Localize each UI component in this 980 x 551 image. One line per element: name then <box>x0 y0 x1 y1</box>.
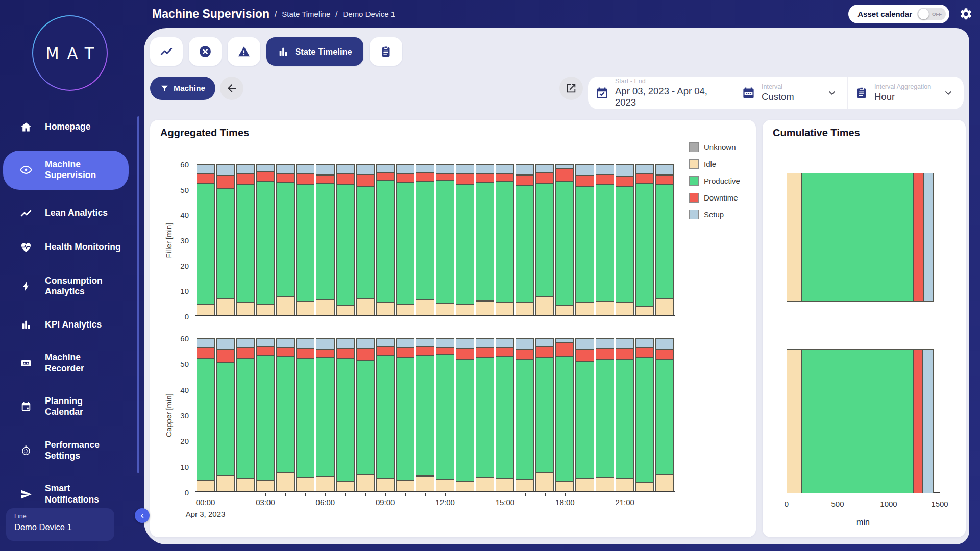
interval-aggregation-select[interactable]: Interval Aggregation Hour <box>847 77 964 109</box>
capper-bar-hour-14[interactable] <box>476 338 494 491</box>
filler-bar-hour-5[interactable] <box>296 164 314 315</box>
filler-bar-hour-6[interactable] <box>316 164 334 315</box>
filler-bar-hour-23[interactable] <box>655 164 674 315</box>
machine-filter-button[interactable]: Machine <box>150 77 215 100</box>
trend-icon <box>160 45 173 58</box>
capper-bar-hour-13[interactable] <box>456 338 474 491</box>
capper-bar-hour-9[interactable] <box>376 338 395 491</box>
filler-bar-hour-21[interactable] <box>616 164 634 315</box>
capper-bar-hour-7[interactable] <box>336 338 355 491</box>
capper-bar-hour-10[interactable] <box>396 338 414 491</box>
sidebar-item-kpi-analytics[interactable]: KPI Analytics <box>3 314 129 335</box>
segment-downtime <box>416 173 434 181</box>
breadcrumb-item[interactable]: Demo Device 1 <box>342 10 395 18</box>
sidebar-item-homepage[interactable]: Homepage <box>3 116 129 138</box>
sidebar-item-consumption-analytics[interactable]: Consumption Analytics <box>3 271 129 302</box>
filler-bar-hour-11[interactable] <box>416 164 434 315</box>
aggregated-times-card: Aggregated Times UnknownIdleProductiveDo… <box>150 120 756 537</box>
sidebar-item-health-monitoring[interactable]: Health Monitoring <box>3 237 129 258</box>
capper-bar-hour-18[interactable] <box>555 338 574 491</box>
filler-y-axis-label: Filler [min] <box>164 222 173 258</box>
filler-bar-hour-13[interactable] <box>456 164 474 315</box>
breadcrumb-item[interactable]: State Timeline <box>282 10 330 18</box>
start-end-select[interactable]: Start - End Apr 03, 2023 - Apr 04, 2023 <box>588 77 734 109</box>
segment-idle <box>535 297 554 316</box>
filler-bar-hour-14[interactable] <box>476 164 494 315</box>
segment-setup <box>276 164 295 173</box>
filler-bar-hour-4[interactable] <box>276 164 295 315</box>
segment-productive <box>456 185 474 305</box>
filler-bar-hour-12[interactable] <box>436 164 454 315</box>
filler-bar-hour-19[interactable] <box>575 164 594 315</box>
capper-bar-hour-2[interactable] <box>236 338 255 491</box>
capper-bar-hour-5[interactable] <box>296 338 314 491</box>
settings-gear-icon[interactable] <box>959 7 973 21</box>
filler-bar-hour-18[interactable] <box>555 164 574 315</box>
export-button[interactable] <box>559 77 583 100</box>
tab-trends[interactable] <box>150 37 183 66</box>
legend-swatch <box>689 142 699 152</box>
filler-bar-hour-9[interactable] <box>376 164 395 315</box>
capper-bar-hour-4[interactable] <box>276 338 295 491</box>
sidebar-scrollbar[interactable] <box>137 116 139 473</box>
capper-bar-hour-12[interactable] <box>436 338 454 491</box>
filler-bar-hour-20[interactable] <box>596 164 614 315</box>
tab-report[interactable] <box>370 37 402 66</box>
sidebar-item-smart-notifications[interactable]: Smart Notifications <box>3 479 129 510</box>
cumulative-bar-filler[interactable] <box>787 173 934 302</box>
capper-bar-hour-22[interactable] <box>635 338 654 491</box>
filler-bar-hour-8[interactable] <box>356 164 375 315</box>
capper-bar-hour-8[interactable] <box>356 338 375 491</box>
segment-setup <box>655 338 674 349</box>
interval-select[interactable]: Interval Custom <box>734 77 847 109</box>
sidebar-item-performance-settings[interactable]: Performance Settings <box>3 435 129 466</box>
segment-setup <box>575 164 594 176</box>
tab-state-timeline[interactable]: State Timeline <box>266 37 363 66</box>
capper-bar-hour-17[interactable] <box>535 338 554 491</box>
segment-setup <box>276 338 295 348</box>
sidebar-item-lean-analytics[interactable]: Lean Analytics <box>3 203 129 224</box>
capper-bar-hour-0[interactable] <box>197 338 215 491</box>
capper-bar-hour-19[interactable] <box>575 338 594 491</box>
tab-errors[interactable] <box>189 37 222 66</box>
filler-bar-hour-3[interactable] <box>256 164 275 315</box>
segment-productive <box>276 182 295 296</box>
sidebar: MAT Homepage Machine Supervision Lean An… <box>0 0 144 551</box>
capper-bar-hour-16[interactable] <box>516 338 534 491</box>
sidebar-item-machine-recorder[interactable]: Machine Recorder <box>3 347 129 379</box>
segment-downtime <box>516 175 534 185</box>
y-tick-label: 30 <box>180 236 189 245</box>
tab-alarms[interactable] <box>228 37 260 66</box>
capper-bar-hour-11[interactable] <box>416 338 434 491</box>
segment-idle <box>336 482 355 492</box>
filler-bar-hour-10[interactable] <box>396 164 414 315</box>
bar-chart-icon <box>19 319 33 330</box>
cumulative-bar-capper[interactable] <box>787 349 934 493</box>
capper-bar-hour-21[interactable] <box>616 338 634 491</box>
capper-bar-hour-20[interactable] <box>596 338 614 491</box>
recorder-tape-icon <box>19 357 33 369</box>
filler-bar-hour-16[interactable] <box>516 164 534 315</box>
segment-setup <box>923 173 934 302</box>
sidebar-item-machine-supervision[interactable]: Machine Supervision <box>3 151 129 190</box>
filler-bar-hour-1[interactable] <box>216 164 235 315</box>
capper-bar-hour-15[interactable] <box>496 338 514 491</box>
sidebar-collapse-button[interactable] <box>135 508 150 523</box>
filler-bar-hour-7[interactable] <box>336 164 355 315</box>
segment-idle <box>575 303 594 315</box>
trend-icon <box>19 207 33 219</box>
segment-downtime <box>616 349 634 360</box>
capper-bar-hour-3[interactable] <box>256 338 275 491</box>
filler-bar-hour-15[interactable] <box>496 164 514 315</box>
back-button[interactable] <box>220 77 243 100</box>
filler-bar-hour-17[interactable] <box>535 164 554 315</box>
sidebar-item-planning-calendar[interactable]: Planning Calendar <box>3 391 129 422</box>
capper-bar-hour-1[interactable] <box>216 338 235 491</box>
asset-calendar-toggle[interactable]: OFF <box>917 8 946 20</box>
filler-bar-hour-0[interactable] <box>197 164 215 315</box>
segment-downtime <box>635 173 654 183</box>
filler-bar-hour-22[interactable] <box>635 164 654 315</box>
filler-bar-hour-2[interactable] <box>236 164 255 315</box>
capper-bar-hour-23[interactable] <box>655 338 674 491</box>
capper-bar-hour-6[interactable] <box>316 338 334 491</box>
